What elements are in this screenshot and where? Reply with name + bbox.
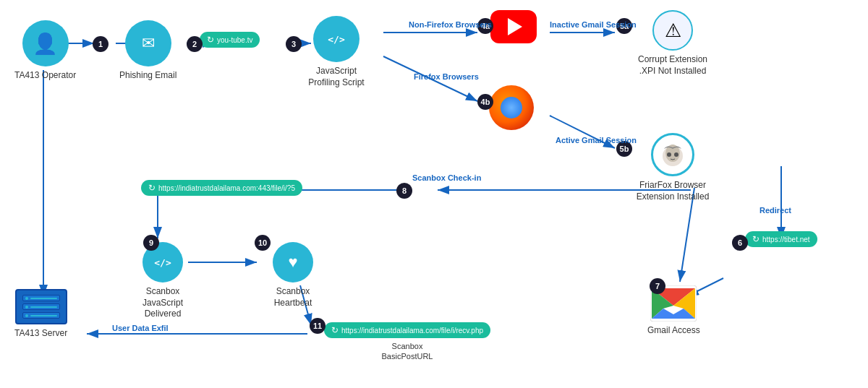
step-9-badge: 9	[143, 235, 159, 251]
corrupt-ext-label: Corrupt Extension .XPI Not Installed	[629, 54, 716, 77]
attack-flow-diagram: 👤 TA413 Operator 1 ✉ Phishing Email 2 ↻ …	[0, 0, 868, 388]
js-profiling-label: JavaScript Profiling Script	[304, 66, 369, 88]
scanbox-checkin-label: Scanbox Check-in	[412, 173, 481, 182]
scanbox-basicpost-label: Scanbox BasicPostURL	[375, 341, 440, 362]
user-data-exfil-label: User Data Exfil	[112, 324, 169, 332]
scanbox-checkin-node: ↻ https://indiatrustdalailama.com:443/fi…	[141, 180, 302, 196]
scanbox-heartbeat-label: Scanbox Heartbeat	[260, 286, 326, 309]
js-profiling-node: </> JavaScript Profiling Script	[304, 16, 369, 88]
active-gmail-label: Active Gmail Session	[556, 136, 637, 145]
firefox-label: Firefox Browsers	[414, 72, 479, 81]
scanbox-checkin-url: https://indiatrustdalailama.com:443/file…	[158, 184, 295, 192]
step-10-badge: 10	[255, 235, 271, 251]
firefox-icon	[489, 85, 534, 130]
tibet-net-node: ↻ https://tibet.net	[745, 231, 817, 247]
step-8-badge: 8	[396, 183, 412, 199]
non-firefox-label: Non-Firefox Browsers	[409, 20, 492, 29]
inactive-gmail-label: Inactive Gmail Session	[550, 20, 637, 29]
friarfox-node: FriarFox Browser Extension Installed	[629, 133, 716, 202]
ta413-server-label: TA413 Server	[14, 328, 67, 340]
refresh-icon-4: ↻	[331, 325, 339, 335]
refresh-icon-3: ↻	[148, 183, 156, 193]
corrupt-ext-node: ⚠ Corrupt Extension .XPI Not Installed	[629, 10, 716, 77]
step-2-badge: 2	[187, 36, 203, 52]
youtube-tv-pill-node: ↻ you-tube.tv	[200, 32, 260, 48]
redirect-label: Redirect	[760, 206, 791, 215]
scanbox-js-node: </> Scanbox JavaScript Delivered	[130, 242, 195, 320]
step-7-badge: 7	[650, 278, 665, 294]
step-6-badge: 6	[732, 235, 748, 251]
step-1-badge: 1	[93, 36, 109, 52]
refresh-icon: ↻	[207, 35, 214, 45]
ta413-operator-label: TA413 Operator	[14, 70, 76, 82]
step-11-badge: 11	[310, 318, 326, 334]
youtube-icon	[490, 10, 537, 43]
scanbox-basicpost-url: https://indiatrustdalailama.com/file/i/r…	[341, 327, 483, 335]
svg-point-23	[674, 152, 678, 157]
phishing-email-label: Phishing Email	[119, 70, 176, 82]
friarfox-label: FriarFox Browser Extension Installed	[629, 180, 716, 202]
tibet-net-url: https://tibet.net	[762, 236, 810, 243]
phishing-email-node: ✉ Phishing Email	[119, 20, 176, 82]
svg-point-22	[667, 152, 671, 157]
ta413-operator-node: 👤 TA413 Operator	[14, 20, 76, 82]
refresh-icon-2: ↻	[752, 234, 760, 244]
scanbox-basicpost-node: ↻ https://indiatrustdalailama.com/file/i…	[324, 322, 490, 362]
gmail-label: Gmail Access	[647, 325, 700, 337]
youtube-tv-url: you-tube.tv	[217, 36, 252, 44]
scanbox-heartbeat-node: ♥ Scanbox Heartbeat	[260, 242, 326, 309]
step-4b-badge: 4b	[477, 94, 493, 110]
scanbox-js-label: Scanbox JavaScript Delivered	[130, 286, 195, 320]
step-3-badge: 3	[286, 36, 302, 52]
ta413-server-node: TA413 Server	[14, 289, 67, 340]
